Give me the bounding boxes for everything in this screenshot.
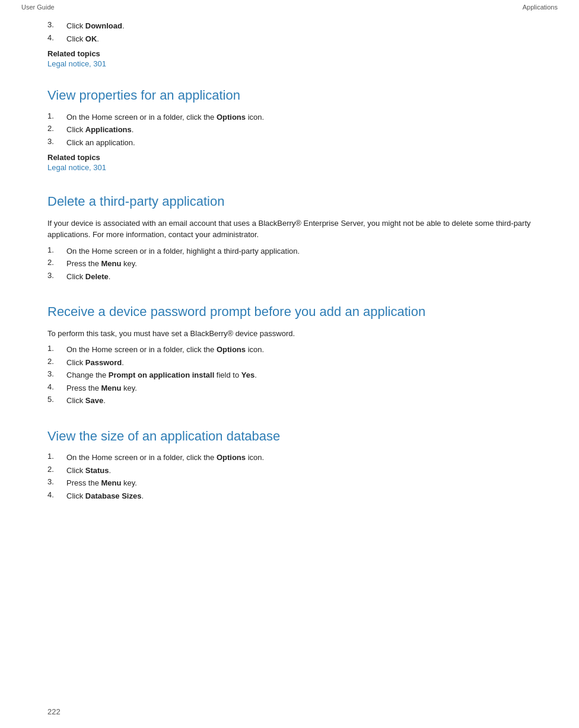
intro-related-topics: Related topics Legal notice, 301 [47, 49, 532, 68]
related-link[interactable]: Legal notice, 301 [47, 163, 532, 172]
step-text: Click Save. [66, 395, 106, 407]
step-text: On the Home screen or in a folder, click… [66, 452, 264, 464]
section-password-prompt: Receive a device password prompt before … [47, 304, 532, 407]
step-num: 3. [47, 369, 66, 378]
password-step-3: 3. Change the Prompt on application inst… [47, 369, 532, 381]
password-step-4: 4. Press the Menu key. [47, 382, 532, 394]
step-num: 3. [47, 271, 66, 280]
intro-steps: 3. Click Download. 4. Click OK. Related … [47, 20, 532, 68]
step-text: Change the Prompt on application install… [66, 369, 257, 381]
page-footer: 222 [47, 707, 61, 716]
intro-step-list: 3. Click Download. 4. Click OK. [47, 20, 532, 44]
step-text: Click an application. [66, 137, 135, 149]
password-intro: To perform this task, you must have set … [47, 328, 532, 340]
intro-step-4: 4. Click OK. [47, 33, 532, 45]
step-text: Click Applications. [66, 124, 133, 136]
step-text: Click Database Sizes. [66, 490, 144, 502]
password-step-5: 5. Click Save. [47, 395, 532, 407]
step-text: Click Delete. [66, 271, 110, 283]
step-text: Click Password. [66, 357, 124, 369]
intro-step-3-text: Click Download. [66, 20, 125, 32]
delete-step-2: 2. Press the Menu key. [47, 258, 532, 270]
section-view-properties: View properties for an application 1. On… [47, 87, 532, 172]
header-right: Applications [523, 4, 558, 11]
step-num: 4. [47, 490, 66, 499]
delete-intro: If your device is associated with an ema… [47, 218, 532, 241]
section-view-size: View the size of an application database… [47, 428, 532, 502]
view-size-steps: 1. On the Home screen or in a folder, cl… [47, 452, 532, 502]
view-size-step-2: 2. Click Status. [47, 465, 532, 477]
intro-related-label: Related topics [47, 49, 532, 58]
step-num: 1. [47, 111, 66, 120]
view-properties-step-2: 2. Click Applications. [47, 124, 532, 136]
step-num: 3. [47, 477, 66, 486]
page-number: 222 [47, 707, 61, 716]
step-text: Press the Menu key. [66, 477, 137, 489]
step-text: Press the Menu key. [66, 382, 137, 394]
header-left: User Guide [21, 4, 55, 11]
delete-steps: 1. On the Home screen or in a folder, hi… [47, 245, 532, 283]
step-text: On the Home screen or in a folder, click… [66, 111, 264, 123]
section-password-title: Receive a device password prompt before … [47, 304, 532, 321]
intro-step-3-num: 3. [47, 20, 66, 29]
section-view-properties-title: View properties for an application [47, 87, 532, 104]
step-num: 3. [47, 137, 66, 146]
intro-step-4-text: Click OK. [66, 33, 99, 45]
step-text: Press the Menu key. [66, 258, 137, 270]
step-num: 2. [47, 258, 66, 267]
view-properties-step-1: 1. On the Home screen or in a folder, cl… [47, 111, 532, 123]
intro-step-4-num: 4. [47, 33, 66, 42]
delete-step-1: 1. On the Home screen or in a folder, hi… [47, 245, 532, 257]
delete-step-3: 3. Click Delete. [47, 271, 532, 283]
step-num: 2. [47, 357, 66, 366]
section-delete-title: Delete a third-party application [47, 193, 532, 210]
step-num: 5. [47, 395, 66, 404]
intro-related-link[interactable]: Legal notice, 301 [47, 59, 532, 68]
section-view-size-title: View the size of an application database [47, 428, 532, 445]
view-size-step-1: 1. On the Home screen or in a folder, cl… [47, 452, 532, 464]
section-delete-third-party: Delete a third-party application If your… [47, 193, 532, 282]
step-text: Click Status. [66, 465, 111, 477]
view-size-step-3: 3. Press the Menu key. [47, 477, 532, 489]
view-size-step-4: 4. Click Database Sizes. [47, 490, 532, 502]
step-num: 4. [47, 382, 66, 391]
step-num: 1. [47, 452, 66, 461]
step-num: 2. [47, 124, 66, 133]
step-num: 1. [47, 344, 66, 353]
view-properties-step-3: 3. Click an application. [47, 137, 532, 149]
step-text: On the Home screen or in a folder, click… [66, 344, 264, 356]
view-properties-steps: 1. On the Home screen or in a folder, cl… [47, 111, 532, 149]
related-label: Related topics [47, 153, 532, 162]
view-properties-related: Related topics Legal notice, 301 [47, 153, 532, 172]
password-step-2: 2. Click Password. [47, 357, 532, 369]
step-num: 2. [47, 465, 66, 474]
step-text: On the Home screen or in a folder, highl… [66, 245, 300, 257]
password-step-1: 1. On the Home screen or in a folder, cl… [47, 344, 532, 356]
step-num: 1. [47, 245, 66, 254]
intro-step-3: 3. Click Download. [47, 20, 532, 32]
password-steps: 1. On the Home screen or in a folder, cl… [47, 344, 532, 407]
